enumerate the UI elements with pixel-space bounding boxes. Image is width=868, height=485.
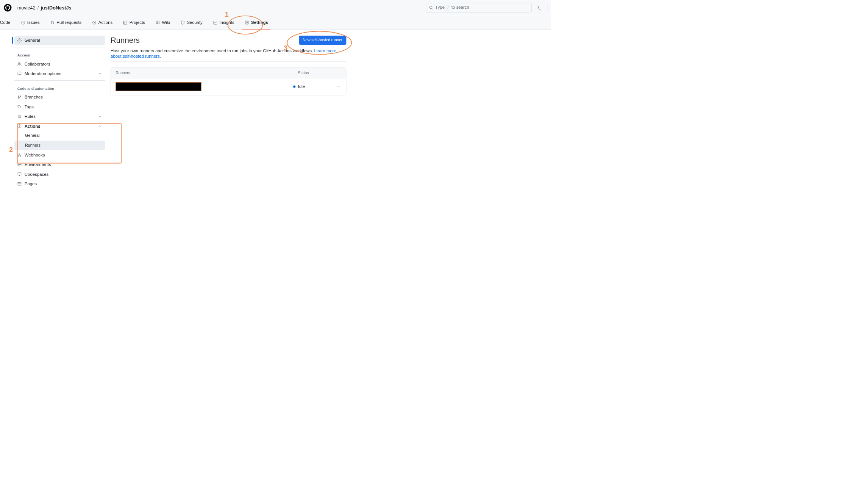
sidebar-item-rules[interactable]: Rules [14, 112, 105, 121]
svg-point-4 [23, 22, 23, 23]
status-dot-icon [293, 85, 295, 88]
tab-security[interactable]: Security [178, 16, 205, 30]
browser-icon [17, 181, 22, 186]
svg-rect-10 [124, 21, 127, 24]
tab-issues[interactable]: Issues [19, 16, 42, 30]
section-header-access: Access [14, 49, 105, 59]
svg-marker-25 [19, 125, 20, 127]
server-icon [17, 163, 22, 167]
svg-point-6 [51, 23, 52, 24]
slash-key-icon: / [446, 5, 450, 10]
new-self-hosted-runner-button[interactable]: New self-hosted runner [299, 36, 346, 45]
tab-insights[interactable]: Insights [211, 16, 237, 30]
svg-point-32 [19, 165, 19, 166]
command-palette-button[interactable] [535, 3, 544, 13]
svg-point-27 [20, 155, 21, 156]
search-input[interactable]: Type / to search [426, 3, 532, 13]
svg-point-16 [20, 63, 21, 64]
sidebar-item-actions-general[interactable]: General [14, 131, 105, 140]
svg-point-40 [338, 86, 338, 87]
sidebar-item-branches[interactable]: Branches [14, 92, 105, 102]
codespaces-icon [17, 172, 22, 176]
svg-rect-23 [18, 117, 21, 118]
status-text: Idle [298, 84, 305, 89]
terminal-icon [537, 5, 542, 10]
sidebar-item-general[interactable]: General [14, 36, 105, 45]
tab-wiki[interactable]: Wiki [153, 16, 173, 30]
runner-name-redacted [116, 82, 201, 91]
sidebar-item-environments[interactable]: Environments [14, 160, 105, 169]
runners-description: Host your own runners and customize the … [111, 48, 346, 59]
tab-settings[interactable]: Settings [242, 16, 270, 30]
tab-pull-requests[interactable]: Pull requests [48, 16, 84, 30]
gear-icon [17, 38, 22, 42]
tab-projects[interactable]: Projects [121, 16, 148, 30]
svg-point-5 [51, 21, 52, 22]
tag-icon [17, 105, 22, 109]
search-placeholder: Type / to search [435, 5, 469, 10]
repo-name[interactable]: justDoNestJs [41, 5, 71, 11]
sidebar-item-codespaces[interactable]: Codespaces [14, 169, 105, 179]
comment-icon [17, 72, 22, 76]
chevron-down-icon [98, 72, 102, 76]
svg-point-7 [53, 23, 54, 24]
table-row[interactable]: Idle [111, 78, 346, 95]
chevron-down-icon [98, 114, 102, 119]
svg-point-0 [429, 6, 432, 9]
svg-point-14 [19, 40, 20, 41]
sidebar-item-moderation[interactable]: Moderation options [14, 69, 105, 78]
gear-icon [245, 20, 249, 25]
svg-rect-29 [18, 163, 21, 164]
row-actions-menu-button[interactable] [336, 84, 341, 89]
branch-icon [17, 95, 22, 99]
svg-point-19 [20, 96, 21, 97]
sidebar-item-collaborators[interactable]: Collaborators [14, 59, 105, 69]
svg-point-18 [18, 98, 19, 99]
svg-point-13 [247, 22, 248, 23]
breadcrumb: movie42 / justDoNestJs [17, 5, 72, 11]
people-icon [17, 62, 22, 66]
table-header-runners: Runners [116, 71, 298, 75]
stack-icon [17, 114, 22, 119]
play-circle-icon [17, 124, 22, 128]
svg-point-41 [339, 86, 339, 87]
search-icon [429, 6, 433, 10]
svg-point-17 [18, 96, 19, 97]
svg-rect-22 [18, 116, 21, 117]
svg-point-20 [19, 106, 19, 106]
svg-point-42 [340, 86, 340, 87]
sidebar-item-webhooks[interactable]: Webhooks [14, 150, 105, 160]
tab-code[interactable]: Code [0, 16, 13, 30]
svg-point-31 [19, 164, 19, 164]
svg-rect-33 [18, 173, 21, 175]
webhook-icon [17, 153, 22, 157]
svg-point-26 [18, 155, 19, 156]
svg-line-1 [432, 8, 433, 9]
chevron-up-icon [98, 124, 102, 128]
sidebar-item-actions-runners[interactable]: Runners [14, 141, 105, 150]
tab-actions[interactable]: Actions [90, 16, 115, 30]
section-header-code: Code and automation [14, 83, 105, 92]
svg-rect-21 [18, 115, 21, 116]
github-logo-icon[interactable] [4, 4, 11, 11]
svg-rect-30 [18, 165, 21, 166]
svg-point-15 [18, 63, 20, 64]
breadcrumb-separator: / [37, 5, 39, 11]
kebab-horizontal-icon [337, 85, 341, 89]
page-title: Runners [111, 36, 140, 44]
table-header-status: Status [298, 71, 341, 75]
sidebar-item-pages[interactable]: Pages [14, 179, 105, 188]
sidebar-item-tags[interactable]: Tags [14, 102, 105, 111]
svg-marker-9 [94, 22, 95, 23]
repo-owner[interactable]: movie42 [17, 5, 36, 11]
sidebar-item-actions[interactable]: Actions [14, 121, 105, 131]
